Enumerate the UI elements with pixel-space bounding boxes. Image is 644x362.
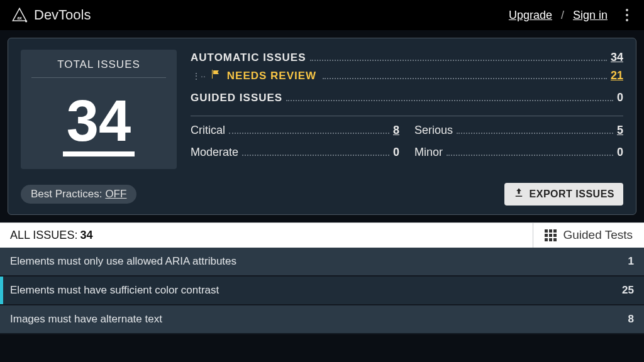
topbar-actions: Upgrade / Sign in (509, 5, 635, 25)
best-practices-label: Best Practices: (31, 188, 102, 200)
export-issues-button[interactable]: EXPORT ISSUES (504, 183, 623, 206)
guided-issues-row: GUIDED ISSUES 0 (191, 91, 623, 104)
stats-column: AUTOMATIC ISSUES 34 ⋮·· NEEDS REVIEW 21 … (191, 50, 623, 169)
axe-logo-icon: ax (11, 7, 28, 23)
flag-icon (211, 69, 221, 82)
all-issues-count: 34 (80, 229, 92, 242)
guided-issues-label: GUIDED ISSUES (191, 92, 282, 104)
signin-link[interactable]: Sign in (573, 9, 608, 22)
automatic-issues-value[interactable]: 34 (611, 51, 623, 64)
severity-critical: Critical 8 (191, 124, 399, 137)
upgrade-link[interactable]: Upgrade (509, 9, 552, 22)
issue-count: 1 (628, 255, 634, 268)
brand-name: DevTools (34, 7, 91, 23)
total-issues-label: TOTAL ISSUES (31, 58, 165, 78)
tab-guided-tests[interactable]: Guided Tests (533, 223, 644, 248)
guided-tests-label: Guided Tests (563, 228, 633, 242)
grid-icon (545, 229, 557, 241)
best-practices-toggle[interactable]: Best Practices: OFF (21, 185, 136, 204)
export-label: EXPORT ISSUES (530, 189, 614, 200)
automatic-issues-row: AUTOMATIC ISSUES 34 (191, 51, 623, 64)
issues-list: Elements must only use allowed ARIA attr… (0, 248, 644, 334)
guided-issues-value: 0 (617, 91, 623, 104)
total-issues-value[interactable]: 34 (63, 90, 135, 156)
tab-all-issues[interactable]: ALL ISSUES: 34 (0, 223, 533, 248)
severity-moderate-value: 0 (393, 146, 399, 159)
brand: ax DevTools (11, 7, 91, 23)
severity-minor-value: 0 (617, 146, 623, 159)
needs-review-row: ⋮·· NEEDS REVIEW 21 (191, 69, 623, 82)
severity-grid: Critical 8 Serious 5 Moderate 0 Minor (191, 124, 623, 164)
issue-count: 25 (622, 284, 634, 297)
severity-serious: Serious 5 (414, 124, 623, 137)
divider (191, 116, 623, 116)
automatic-issues-label: AUTOMATIC ISSUES (191, 52, 306, 64)
separator: / (561, 9, 564, 22)
issue-row[interactable]: Elements must have sufficient color cont… (0, 277, 644, 305)
issue-title: Elements must have sufficient color cont… (10, 284, 219, 297)
severity-moderate: Moderate 0 (191, 146, 399, 159)
issue-row[interactable]: Images must have alternate text8 (0, 305, 644, 334)
more-menu-icon[interactable] (619, 5, 635, 25)
needs-review-value[interactable]: 21 (611, 69, 623, 82)
topbar: ax DevTools Upgrade / Sign in (0, 0, 644, 30)
svg-text:ax: ax (17, 16, 22, 20)
severity-minor: Minor 0 (414, 146, 623, 159)
upload-icon (513, 187, 525, 201)
severity-critical-value[interactable]: 8 (393, 124, 399, 137)
best-practices-state: OFF (105, 188, 126, 200)
svg-point-1 (25, 20, 27, 22)
summary-panel: TOTAL ISSUES 34 AUTOMATIC ISSUES 34 ⋮·· … (8, 38, 636, 215)
tree-branch-icon: ⋮·· (191, 71, 211, 81)
total-issues-card: TOTAL ISSUES 34 (21, 50, 177, 169)
all-issues-label: ALL ISSUES: (10, 229, 77, 242)
issue-title: Images must have alternate text (10, 313, 162, 326)
issue-count: 8 (628, 313, 634, 326)
needs-review-label: NEEDS REVIEW (227, 70, 316, 82)
tabs-bar: ALL ISSUES: 34 Guided Tests (0, 222, 644, 248)
issue-row[interactable]: Elements must only use allowed ARIA attr… (0, 248, 644, 277)
issue-title: Elements must only use allowed ARIA attr… (10, 255, 236, 268)
severity-serious-value[interactable]: 5 (617, 124, 623, 137)
